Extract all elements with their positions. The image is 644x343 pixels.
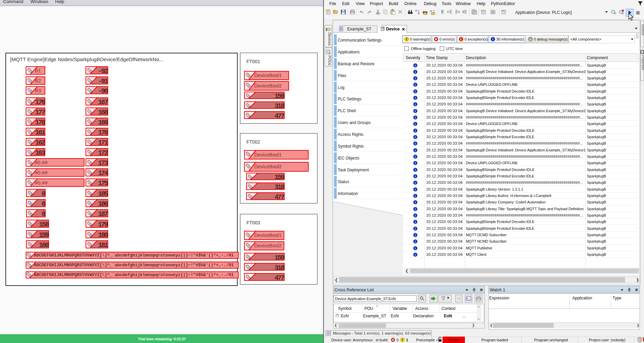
svg-text:i: i [415,103,416,106]
svg-text:i: i [415,70,416,74]
svg-text:i: i [415,116,416,119]
svg-text:i: i [415,122,416,126]
svg-text:i: i [415,253,416,256]
svg-text:i: i [415,207,416,211]
svg-text:i: i [415,142,416,145]
svg-text:i: i [415,181,416,185]
svg-text:i: i [415,162,416,165]
svg-text:i: i [415,83,416,87]
svg-text:i: i [415,168,416,172]
svg-text:i: i [415,155,416,158]
svg-text:i: i [415,214,416,217]
svg-text:i: i [415,77,416,80]
svg-text:i: i [415,96,416,100]
svg-text:i: i [415,90,416,93]
svg-text:i: i [415,109,416,113]
svg-text:i: i [415,220,416,224]
svg-text:B: B [418,12,420,15]
svg-text:i: i [415,64,416,67]
svg-text:i: i [415,175,416,178]
svg-text:i: i [415,194,416,198]
svg-text:i: i [415,247,416,250]
svg-text:i: i [492,38,493,41]
svg-text:i: i [415,240,416,243]
svg-text:E: E [460,37,462,41]
svg-text:D: D [529,38,531,41]
svg-text:A: A [415,9,417,12]
svg-text:i: i [415,129,416,132]
svg-text:A: A [430,9,432,13]
svg-text:i: i [415,227,416,230]
svg-text:i: i [415,201,416,204]
svg-text:i: i [415,188,416,191]
svg-text:i: i [415,149,416,152]
svg-text:i: i [415,234,416,237]
svg-text:i: i [415,136,416,139]
